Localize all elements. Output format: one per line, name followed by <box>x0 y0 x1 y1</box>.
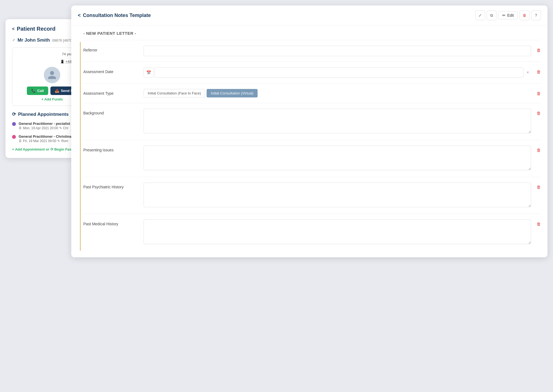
psychiatric-history-label: Past Psychiatric History <box>83 183 138 189</box>
avatar-person-icon <box>47 70 57 80</box>
clear-icon: × <box>526 70 529 75</box>
gender-icon: ♂ <box>12 38 15 43</box>
help-icon: ? <box>535 13 537 18</box>
assessment-type-input-area: Initial Consultation (Face to Face) Init… <box>144 89 531 97</box>
calendar-btn-icon: 📅 <box>146 70 151 75</box>
assessment-type-row: Assessment Type Initial Consultation (Fa… <box>83 83 541 103</box>
referrer-input[interactable] <box>144 46 531 56</box>
assessment-type-label: Assessment Type <box>83 89 138 96</box>
appointment-dot-purple <box>12 122 16 126</box>
trash-icon: 🗑 <box>523 13 526 18</box>
add-appointment-link[interactable]: + Add Appointment <box>12 147 45 151</box>
referrer-delete-icon[interactable]: 🗑 <box>537 46 541 53</box>
medical-history-label: Past Medical History <box>83 220 138 226</box>
medical-history-delete-icon[interactable]: 🗑 <box>537 220 541 227</box>
calendar-button[interactable]: 📅 <box>144 68 153 77</box>
assessment-date-row: Assessment Date 📅 × 🗑 <box>83 62 541 83</box>
psychiatric-history-row: Past Psychiatric History 🗑 <box>83 177 541 214</box>
patient-name: Mr John Smith <box>18 38 50 43</box>
background-input-area <box>144 109 531 134</box>
panel-header: < Consultation Notes Template ⤢ ⧉ ✏ Edit… <box>71 5 548 25</box>
template-title: - NEW PATIENT LETTER - <box>83 25 541 40</box>
delete-button[interactable]: 🗑 <box>520 10 529 20</box>
panel-back-arrow[interactable]: < <box>78 13 81 18</box>
assessment-date-input-area: 📅 × <box>144 67 531 78</box>
consultation-panel: < Consultation Notes Template ⤢ ⧉ ✏ Edit… <box>71 5 548 257</box>
help-button[interactable]: ? <box>531 10 541 20</box>
calendar-icon-small: 🗓 <box>19 126 22 130</box>
presenting-issues-delete-icon[interactable]: 🗑 <box>537 146 541 153</box>
form-container: - NEW PATIENT LETTER - Referrer 🗑 Assess… <box>78 25 541 251</box>
patient-back-arrow[interactable]: < <box>12 27 15 31</box>
medical-history-textarea[interactable] <box>144 220 531 244</box>
call-label: Call <box>37 89 44 93</box>
edit-icon-small: ✎ <box>59 126 62 130</box>
edit-label: Edit <box>507 13 514 18</box>
call-button[interactable]: 📞 Call <box>27 87 48 95</box>
presenting-issues-label: Presenting issues <box>83 146 138 152</box>
panel-content: - NEW PATIENT LETTER - Referrer 🗑 Assess… <box>71 25 548 251</box>
referrer-row: Referrer 🗑 <box>83 40 541 62</box>
appointments-title-text: Planned Appointments <box>18 112 69 117</box>
assessment-date-input[interactable] <box>155 67 523 78</box>
referrer-label: Referrer <box>83 46 138 52</box>
assessment-date-delete-icon[interactable]: 🗑 <box>537 67 541 74</box>
presenting-issues-textarea[interactable] <box>144 146 531 170</box>
header-actions: ⤢ ⧉ ✏ Edit 🗑 ? <box>475 10 541 20</box>
send-icon: 📤 <box>55 89 59 93</box>
assessment-type-options: Initial Consultation (Face to Face) Init… <box>144 89 531 97</box>
psychiatric-history-input-area <box>144 183 531 208</box>
collapse-icon: ⤢ <box>478 13 482 18</box>
assessment-type-delete-icon[interactable]: 🗑 <box>537 89 541 96</box>
calendar-icon-small-2: 🗓 <box>19 139 22 143</box>
medical-history-row: Past Medical History 🗑 <box>83 214 541 251</box>
appointment-person: Chr <box>63 126 68 130</box>
appointment-info: General Practitioner - pecialist - Ch 🗓 … <box>19 122 78 130</box>
vertical-accent-line <box>80 42 81 251</box>
appointment-dot-pink <box>12 135 16 139</box>
panel-title: Consultation Notes Template <box>83 13 151 18</box>
edit-icon-small-2: ✎ <box>57 139 60 143</box>
presenting-issues-row: Presenting issues 🗑 <box>83 140 541 177</box>
appointment-title: General Practitioner - pecialist - Ch <box>19 122 78 126</box>
appointment-date: Mon, 19 Apr 2021 20:00 <box>23 126 58 130</box>
edit-button[interactable]: ✏ Edit <box>498 11 518 19</box>
assessment-date-label: Assessment Date <box>83 67 138 74</box>
medical-history-input-area <box>144 220 531 245</box>
appointment-date-2: Fri, 19 Mar 2021 09:00 <box>23 139 56 143</box>
edit-icon: ✏ <box>502 13 506 18</box>
panel-title-row: < Consultation Notes Template <box>78 13 151 18</box>
background-textarea[interactable] <box>144 109 531 133</box>
or-label: or <box>46 147 50 151</box>
appointment-info-2: General Practitioner - Christina K 🗓 Fri… <box>19 134 75 143</box>
background-row: Background 🗑 <box>83 103 541 140</box>
patient-card-title: Patient Record <box>17 26 55 32</box>
appointment-meta-2: 🗓 Fri, 19 Mar 2021 09:00 ✎ Rom <box>19 139 75 143</box>
psychiatric-history-textarea[interactable] <box>144 183 531 207</box>
copy-icon: ⧉ <box>490 13 493 18</box>
copy-button[interactable]: ⧉ <box>487 10 497 20</box>
call-icon: 📞 <box>31 89 36 93</box>
background-delete-icon[interactable]: 🗑 <box>537 109 541 116</box>
presenting-issues-input-area <box>144 146 531 171</box>
appointment-title-2: General Practitioner - Christina K <box>19 134 75 139</box>
avatar <box>44 67 60 83</box>
collapse-button[interactable]: ⤢ <box>475 10 485 20</box>
appointments-icon: ⟳ <box>12 111 16 117</box>
appointment-person-2: Rom <box>61 139 68 143</box>
date-clear-button[interactable]: × <box>525 69 531 76</box>
background-label: Background <box>83 109 138 115</box>
assessment-type-virtual[interactable]: Initial Consultation (Virtual) <box>207 89 257 97</box>
psychiatric-history-delete-icon[interactable]: 🗑 <box>537 183 541 190</box>
assessment-type-face-to-face[interactable]: Initial Consultation (Face to Face) <box>144 89 205 97</box>
referrer-input-area <box>144 46 531 56</box>
appointment-meta: 🗓 Mon, 19 Apr 2021 20:00 ✎ Chr <box>19 126 78 130</box>
fast-track-icon: ⟳ <box>50 147 53 151</box>
phone-icon: 📱 <box>60 60 64 64</box>
date-input-wrapper: 📅 × <box>144 67 531 78</box>
